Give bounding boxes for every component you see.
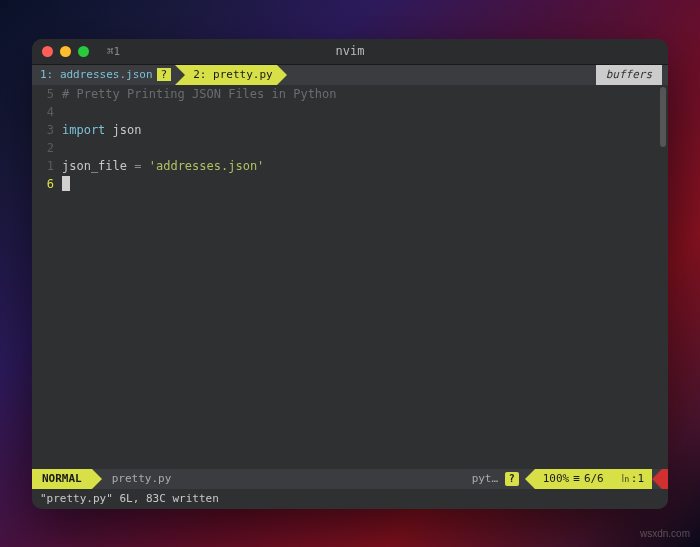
titlebar: ⌘1 nvim (32, 39, 668, 65)
code-line: import json (62, 121, 668, 139)
close-icon[interactable] (42, 46, 53, 57)
watermark: wsxdn.com (640, 528, 690, 539)
mode-indicator: NORMAL (32, 469, 92, 489)
operator: = (134, 159, 141, 173)
status-filename: pretty.py (102, 469, 182, 489)
buffer-index: 2: (193, 68, 206, 81)
minimize-icon[interactable] (60, 46, 71, 57)
status-column: ㏑:1 (612, 469, 652, 489)
separator-icon (92, 469, 102, 489)
hamburger-icon: ≡ (573, 472, 580, 485)
status-percent: 100% ≡ 6/6 (535, 469, 612, 489)
code-line (62, 103, 668, 121)
comment-text: # Pretty Printing JSON Files in Python (62, 87, 337, 101)
keyword: import (62, 123, 105, 137)
status-filetype: pyt… ? (466, 469, 525, 489)
command-line[interactable]: "pretty.py" 6L, 83C written (32, 489, 668, 509)
terminal-window: ⌘1 nvim 1: addresses.json ? 2: pretty.py… (32, 39, 668, 509)
code-line: json_file = 'addresses.json' (62, 157, 668, 175)
buffer-tabline: 1: addresses.json ? 2: pretty.py buffers (32, 65, 668, 85)
buffer-tab[interactable]: 1: addresses.json ? (32, 65, 175, 85)
error-indicator (662, 469, 668, 489)
col-icon: ㏑: (620, 471, 638, 486)
separator-icon (652, 469, 662, 489)
percent-text: 100% (543, 472, 570, 485)
statusline-spacer (181, 469, 465, 489)
scrollbar[interactable] (660, 87, 666, 147)
code-line: # Pretty Printing JSON Files in Python (62, 85, 668, 103)
separator-icon (175, 65, 185, 85)
modified-icon: ? (157, 68, 172, 81)
filetype-icon: ? (505, 472, 519, 486)
line-number: 2 (32, 139, 54, 157)
statusline: NORMAL pretty.py pyt… ? 100% ≡ 6/6 ㏑:1 (32, 469, 668, 489)
separator-icon (525, 469, 535, 489)
line-number: 5 (32, 85, 54, 103)
module-name: json (113, 123, 142, 137)
line-number: 3 (32, 121, 54, 139)
buffer-tab-active[interactable]: 2: pretty.py (185, 65, 276, 85)
buffer-index: 1: (40, 68, 53, 81)
cursor-icon (62, 176, 70, 191)
line-number: 4 (32, 103, 54, 121)
editor-area[interactable]: 5 4 3 2 1 6 # Pretty Printing JSON Files… (32, 85, 668, 469)
terminal-tab-indicator: ⌘1 (107, 45, 120, 58)
filetype-text: pyt… (472, 472, 499, 485)
zoom-icon[interactable] (78, 46, 89, 57)
string-literal: 'addresses.json' (149, 159, 265, 173)
command-message: "pretty.py" 6L, 83C written (40, 492, 219, 505)
buffer-name: pretty.py (213, 68, 273, 81)
code-line-cursor (62, 175, 668, 193)
buffer-name: addresses.json (60, 68, 153, 81)
code-content[interactable]: # Pretty Printing JSON Files in Python i… (62, 85, 668, 469)
code-line (62, 139, 668, 157)
line-number-current: 6 (32, 175, 54, 193)
line-count: 6/6 (584, 472, 604, 485)
line-number: 1 (32, 157, 54, 175)
window-title: nvim (336, 44, 365, 58)
line-number-gutter: 5 4 3 2 1 6 (32, 85, 62, 469)
traffic-lights (42, 46, 89, 57)
separator-icon (277, 65, 287, 85)
col-number: 1 (637, 472, 644, 485)
variable: json_file (62, 159, 127, 173)
buffers-label: buffers (596, 65, 662, 85)
